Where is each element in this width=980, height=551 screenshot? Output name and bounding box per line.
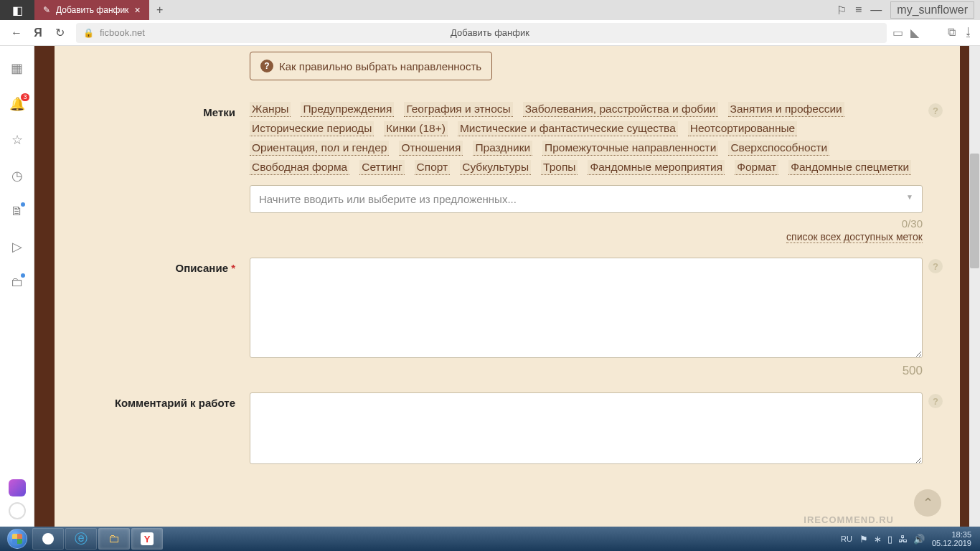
media-icon[interactable]: ▷	[12, 239, 22, 255]
tray-lang[interactable]: RU	[841, 534, 852, 543]
lock-icon: 🔒	[83, 28, 94, 38]
tray-clock[interactable]: 18:35 05.12.2019	[932, 530, 971, 547]
notes-icon[interactable]: 🗎	[11, 204, 24, 219]
taskbar-app-yandex[interactable]: Y	[131, 528, 163, 550]
yandex-button[interactable]: Я	[27, 22, 49, 44]
notifications-icon[interactable]: 🔔3	[9, 96, 25, 112]
scrollbar-thumb[interactable]	[970, 154, 979, 268]
tag-category[interactable]: Жанры	[250, 102, 291, 117]
description-counter: 500	[250, 364, 923, 378]
tag-category[interactable]: Формат	[735, 160, 778, 175]
tray-battery-icon[interactable]: ▯	[887, 534, 892, 545]
window-titlebar: ◧ ✎ Добавить фанфик × + ⚐ ≡ — my_sunflow…	[0, 0, 980, 20]
feather-icon: ✎	[43, 5, 50, 15]
tag-category[interactable]: Субкультуры	[460, 160, 531, 175]
browser-sidebar: ▦ 🔔3 ☆ ◷ 🗎 ▷ 🗀	[0, 46, 34, 527]
assistant-avatar[interactable]	[9, 479, 26, 496]
downloads-icon[interactable]: ⭳	[963, 26, 974, 39]
tray-volume-icon[interactable]: 🔊	[913, 534, 925, 545]
tag-category[interactable]: Занятия и профессии	[728, 102, 844, 117]
tag-category[interactable]: Заболевания, расстройства и фобии	[523, 102, 718, 117]
tag-category[interactable]: Фандомные спецметки	[788, 160, 911, 175]
tag-category[interactable]: Сверхспособности	[728, 141, 829, 156]
help-icon[interactable]: ?	[928, 394, 943, 408]
scroll-to-top-button[interactable]: ⌃	[914, 489, 941, 517]
reload-button[interactable]: ↻	[49, 22, 70, 44]
comment-textarea[interactable]	[250, 392, 923, 464]
taskbar-app-ie[interactable]: ⓔ	[65, 528, 97, 550]
all-tags-link[interactable]: список всех доступных меток	[786, 231, 923, 243]
favorites-icon[interactable]: ☆	[11, 132, 23, 148]
tag-category[interactable]: Сеттинг	[359, 160, 404, 175]
tag-category[interactable]: Предупреждения	[301, 102, 394, 117]
browser-tab-active[interactable]: ✎ Добавить фанфик ×	[34, 0, 149, 20]
help-icon[interactable]: ?	[928, 103, 943, 118]
user-label: my_sunflower	[890, 1, 974, 19]
tip-text: Как правильно выбрать направленность	[279, 60, 481, 72]
tag-counter: 0/30	[250, 217, 923, 230]
feedback-icon[interactable]: ▭	[892, 26, 903, 39]
back-button[interactable]: ←	[6, 22, 27, 44]
tag-category[interactable]: Исторические периоды	[250, 121, 374, 136]
collections-icon[interactable]: 🗀	[11, 275, 24, 290]
direction-tip-box[interactable]: ? Как правильно выбрать направленность	[250, 52, 492, 80]
help-icon[interactable]: ?	[928, 259, 943, 273]
tag-category[interactable]: Промежуточные направленности	[542, 141, 718, 156]
tag-category[interactable]: Мистические и фантастические существа	[458, 121, 678, 136]
tag-category[interactable]: Тропы	[541, 160, 578, 175]
taskbar-app-explorer[interactable]: 🗀	[98, 528, 130, 550]
label-description: Описание *	[92, 258, 250, 378]
tag-category[interactable]: География и этносы	[404, 102, 512, 117]
extensions-icon[interactable]: ⧉	[948, 26, 956, 39]
url-field[interactable]: 🔒 ficbook.net Добавить фанфик	[76, 23, 887, 43]
tray-network-icon[interactable]: 🖧	[898, 534, 908, 545]
tag-category[interactable]: Кинки (18+)	[384, 121, 448, 136]
page-scrollbar[interactable]	[969, 46, 980, 527]
description-textarea[interactable]	[250, 258, 923, 358]
label-tags: Метки	[92, 102, 250, 243]
chevron-down-icon: ▼	[906, 193, 913, 201]
bookmark-icon[interactable]: ◣	[910, 26, 919, 39]
tag-category-cloud: Жанры Предупреждения География и этносы …	[250, 102, 923, 175]
page-title: Добавить фанфик	[451, 27, 529, 38]
minimize-icon[interactable]: —	[870, 4, 882, 17]
address-bar: ← Я ↻ 🔒 ficbook.net Добавить фанфик ▭ ◣ …	[0, 20, 980, 46]
new-tab-button[interactable]: +	[149, 0, 171, 20]
tag-category[interactable]: Ориентация, пол и гендер	[250, 141, 389, 156]
page-content: ? Как правильно выбрать направленность М…	[34, 46, 980, 527]
menu-icon[interactable]: ≡	[855, 4, 862, 17]
label-comment: Комментарий к работе	[92, 392, 250, 467]
bookmark-bar-icon[interactable]: ⚐	[837, 4, 847, 17]
question-icon: ?	[260, 60, 273, 72]
tag-search-input[interactable]: Начните вводить или выберите из предложе…	[250, 185, 923, 213]
tag-category[interactable]: Фандомные мероприятия	[588, 160, 725, 175]
tag-input-placeholder: Начните вводить или выберите из предложе…	[259, 193, 517, 205]
profile-circle[interactable]	[9, 502, 26, 519]
app-menu-icon[interactable]: ◧	[0, 0, 34, 20]
tag-category[interactable]: Неотсортированные	[688, 121, 797, 136]
apps-icon[interactable]: ▦	[11, 60, 23, 76]
close-tab-icon[interactable]: ×	[134, 4, 140, 16]
history-icon[interactable]: ◷	[11, 168, 23, 184]
tray-flag-icon[interactable]: ⚑	[859, 534, 868, 545]
tray-bluetooth-icon[interactable]: ∗	[874, 534, 882, 545]
tag-category[interactable]: Свободная форма	[250, 160, 349, 175]
start-button[interactable]	[3, 528, 32, 550]
system-tray: RU ⚑ ∗ ▯ 🖧 🔊 18:35 05.12.2019	[841, 530, 977, 547]
taskbar-app-browser1[interactable]	[32, 528, 64, 550]
tag-category[interactable]: Праздники	[473, 141, 532, 156]
tab-title: Добавить фанфик	[56, 5, 128, 15]
url-text: ficbook.net	[100, 27, 145, 38]
windows-taskbar: ⓔ 🗀 Y RU ⚑ ∗ ▯ 🖧 🔊 18:35 05.12.2019	[0, 527, 980, 551]
tag-category[interactable]: Отношения	[399, 141, 463, 156]
tag-category[interactable]: Спорт	[415, 160, 451, 175]
